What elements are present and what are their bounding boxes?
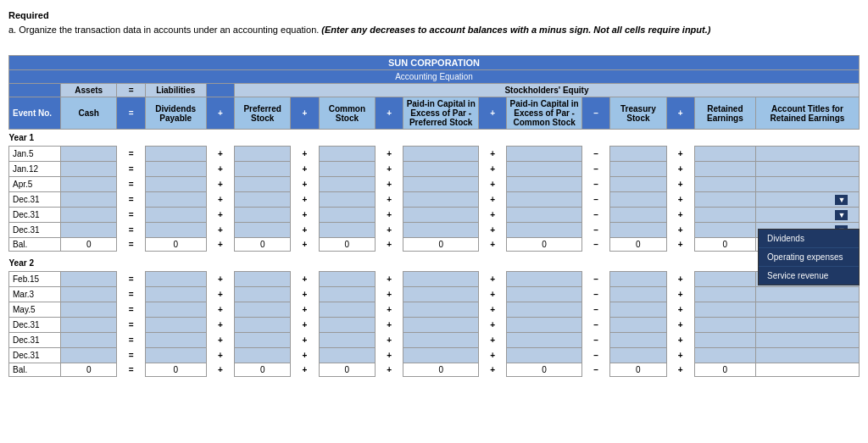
paid-pref-dec31-1[interactable]	[422, 195, 460, 204]
treasury-jan12[interactable]	[619, 164, 657, 174]
paid-common-apr5[interactable]	[526, 180, 564, 189]
bal-common-y2[interactable]	[328, 365, 366, 374]
treasury-dec31-3[interactable]	[619, 225, 657, 235]
paid-common-dec31-y2-1[interactable]	[526, 320, 564, 329]
retained-jan12[interactable]	[706, 164, 744, 174]
pref-feb15[interactable]	[243, 274, 281, 284]
paid-common-dec31-y2-2[interactable]	[526, 335, 564, 345]
bal-retained-y1[interactable]	[706, 240, 744, 249]
bal-common-y1[interactable]	[328, 240, 366, 249]
cash-dec31-y2-3[interactable]	[70, 351, 108, 360]
divpay-dec31-1[interactable]	[157, 195, 195, 204]
paid-common-mar3[interactable]	[526, 290, 564, 299]
bal-pref-y2[interactable]	[243, 365, 281, 374]
paid-pref-dec31-3[interactable]	[422, 225, 460, 235]
paid-pref-mar3[interactable]	[422, 290, 460, 299]
paid-pref-dec31-y2-3[interactable]	[422, 351, 460, 360]
pref-dec31-y2-1[interactable]	[243, 320, 281, 329]
bal-paid-common-y1[interactable]	[526, 240, 564, 249]
paid-common-feb15[interactable]	[526, 274, 564, 284]
treasury-feb15[interactable]	[619, 274, 657, 284]
common-mar3[interactable]	[328, 290, 366, 299]
common-dec31-2[interactable]	[328, 210, 366, 219]
acct-mar3[interactable]	[767, 290, 848, 299]
paid-pref-jan12[interactable]	[422, 164, 460, 174]
bal-cash-y1[interactable]	[70, 240, 108, 249]
bal-paid-pref-y2[interactable]	[422, 365, 460, 374]
acct-dec31-y2-2[interactable]	[767, 335, 848, 345]
divpay-dec31-y2-1[interactable]	[157, 320, 195, 329]
divpay-jan12[interactable]	[157, 164, 195, 174]
paid-common-may5[interactable]	[526, 305, 564, 314]
retained-mar3[interactable]	[706, 290, 744, 299]
dropdown-item-opex[interactable]: Operating expenses	[759, 248, 859, 267]
bal-paid-common-y2[interactable]	[526, 365, 564, 374]
treasury-mar3[interactable]	[619, 290, 657, 299]
acct-jan5[interactable]	[767, 149, 848, 158]
treasury-may5[interactable]	[619, 305, 657, 314]
pref-dec31-1[interactable]	[243, 195, 281, 204]
common-feb15[interactable]	[328, 274, 366, 284]
pref-dec31-y2-2[interactable]	[243, 335, 281, 345]
common-may5[interactable]	[328, 305, 366, 314]
common-dec31-y2-3[interactable]	[328, 351, 366, 360]
paid-common-dec31-y2-3[interactable]	[526, 351, 564, 360]
pref-apr5[interactable]	[243, 180, 281, 189]
paid-pref-jan5[interactable]	[422, 149, 460, 158]
dropdown-arrow-icon2[interactable]: ▼	[835, 210, 848, 220]
cash-may5[interactable]	[70, 305, 108, 314]
paid-pref-dec31-y2-2[interactable]	[422, 335, 460, 345]
cash-dec31-y2-2[interactable]	[70, 335, 108, 345]
divpay-dec31-y2-3[interactable]	[157, 351, 195, 360]
bal-paid-pref-y1[interactable]	[422, 240, 460, 249]
acct-dec31-y2-3[interactable]	[767, 351, 848, 360]
divpay-dec31-3[interactable]	[157, 225, 195, 235]
cash-feb15[interactable]	[70, 274, 108, 284]
cash-dec31-1[interactable]	[70, 195, 108, 204]
retained-dec31-2[interactable]	[706, 210, 744, 219]
retained-jan5[interactable]	[706, 149, 744, 158]
common-dec31-y2-2[interactable]	[328, 335, 366, 345]
treasury-dec31-y2-3[interactable]	[619, 351, 657, 360]
retained-apr5[interactable]	[706, 180, 744, 189]
treasury-dec31-y2-2[interactable]	[619, 335, 657, 345]
bal-cash-y2[interactable]	[70, 365, 108, 374]
bal-treasury-y2[interactable]	[619, 365, 657, 374]
retained-dec31-y2-1[interactable]	[706, 320, 744, 329]
common-dec31-y2-1[interactable]	[328, 320, 366, 329]
acct-apr5[interactable]	[767, 180, 848, 189]
common-apr5[interactable]	[328, 180, 366, 189]
retained-dec31-3[interactable]	[706, 225, 744, 235]
retained-feb15[interactable]	[706, 274, 744, 284]
paid-pref-dec31-2[interactable]	[422, 210, 460, 219]
acct-may5[interactable]	[767, 305, 848, 314]
cash-dec31-3[interactable]	[70, 225, 108, 235]
divpay-dec31-y2-2[interactable]	[157, 335, 195, 345]
bal-pref-y1[interactable]	[243, 240, 281, 249]
dropdown-arrow-icon[interactable]: ▼	[835, 195, 848, 205]
cash-jan5[interactable]	[70, 149, 108, 158]
bal-divpay-y2[interactable]	[157, 365, 195, 374]
paid-common-dec31-1[interactable]	[526, 195, 564, 204]
divpay-dec31-2[interactable]	[157, 210, 195, 219]
divpay-feb15[interactable]	[157, 274, 195, 284]
cash-dec31-2[interactable]	[70, 210, 108, 219]
common-dec31-3[interactable]	[328, 225, 366, 235]
retained-dec31-y2-2[interactable]	[706, 335, 744, 345]
treasury-dec31-1[interactable]	[619, 195, 657, 204]
paid-common-jan12[interactable]	[526, 164, 564, 174]
paid-pref-dec31-y2-1[interactable]	[422, 320, 460, 329]
bal-retained-y2[interactable]	[706, 365, 744, 374]
paid-common-jan5[interactable]	[526, 149, 564, 158]
cash-mar3[interactable]	[70, 290, 108, 299]
acct-jan12[interactable]	[767, 164, 848, 174]
treasury-jan5[interactable]	[619, 149, 657, 158]
divpay-mar3[interactable]	[157, 290, 195, 299]
acct-dec31-2[interactable]	[767, 209, 833, 219]
common-jan12[interactable]	[328, 164, 366, 174]
pref-jan12[interactable]	[243, 164, 281, 174]
acct-dec31-1[interactable]	[767, 194, 833, 203]
cash-dec31-y2-1[interactable]	[70, 320, 108, 329]
dropdown-popup[interactable]: Dividends Operating expenses Service rev…	[758, 229, 860, 285]
pref-dec31-2[interactable]	[243, 210, 281, 219]
